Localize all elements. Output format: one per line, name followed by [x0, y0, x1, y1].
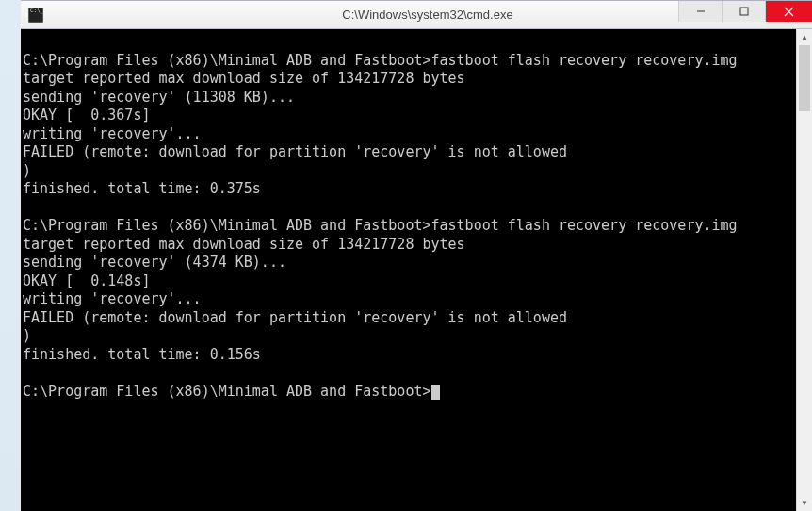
terminal-line: OKAY [ 0.367s]: [23, 107, 796, 125]
terminal-line: FAILED (remote: download for partition '…: [23, 309, 796, 328]
window-controls: [678, 1, 812, 24]
terminal-line: [23, 364, 796, 383]
terminal-line: [23, 33, 796, 52]
terminal-line: ): [23, 162, 796, 181]
terminal-line: sending 'recovery' (4374 KB)...: [23, 254, 796, 272]
terminal-area: C:\Program Files (x86)\Minimal ADB and F…: [21, 29, 812, 511]
terminal-line: writing 'recovery'...: [23, 290, 796, 309]
vertical-scrollbar[interactable]: ▲ ▼: [796, 29, 812, 511]
maximize-icon: [739, 7, 749, 16]
cmd-icon: [28, 8, 43, 23]
terminal-line: C:\Program Files (x86)\Minimal ADB and F…: [23, 52, 796, 71]
terminal-line: FAILED (remote: download for partition '…: [23, 143, 796, 162]
terminal-line: writing 'recovery'...: [23, 125, 796, 144]
terminal-line: OKAY [ 0.148s]: [23, 272, 796, 291]
terminal-line: target reported max download size of 134…: [23, 70, 796, 89]
terminal-line: C:\Program Files (x86)\Minimal ADB and F…: [23, 217, 796, 236]
terminal-line: finished. total time: 0.375s: [23, 180, 796, 199]
scroll-down-arrow-icon[interactable]: ▼: [797, 495, 812, 511]
close-icon: [784, 7, 794, 17]
scrollbar-thumb[interactable]: [799, 45, 810, 111]
cmd-window: C:\Windows\system32\cmd.exe C:\Program F…: [21, 0, 812, 511]
terminal-cursor: [431, 385, 440, 400]
terminal-prompt: C:\Program Files (x86)\Minimal ADB and F…: [23, 383, 430, 400]
minimize-icon: [696, 7, 706, 16]
terminal-line: target reported max download size of 134…: [23, 236, 796, 255]
titlebar[interactable]: C:\Windows\system32\cmd.exe: [21, 1, 812, 29]
terminal-line: finished. total time: 0.156s: [23, 346, 796, 365]
desktop-background: [0, 0, 21, 511]
minimize-button[interactable]: [678, 1, 722, 22]
terminal-line: ): [23, 327, 796, 346]
terminal-prompt-line[interactable]: C:\Program Files (x86)\Minimal ADB and F…: [23, 383, 796, 402]
svg-rect-1: [740, 8, 748, 15]
terminal-output[interactable]: C:\Program Files (x86)\Minimal ADB and F…: [21, 29, 796, 511]
scrollbar-track[interactable]: [797, 45, 812, 495]
close-button[interactable]: [765, 1, 812, 22]
scroll-up-arrow-icon[interactable]: ▲: [797, 29, 812, 45]
terminal-line: sending 'recovery' (11308 KB)...: [23, 89, 796, 107]
maximize-button[interactable]: [722, 1, 765, 22]
terminal-line: [23, 199, 796, 218]
